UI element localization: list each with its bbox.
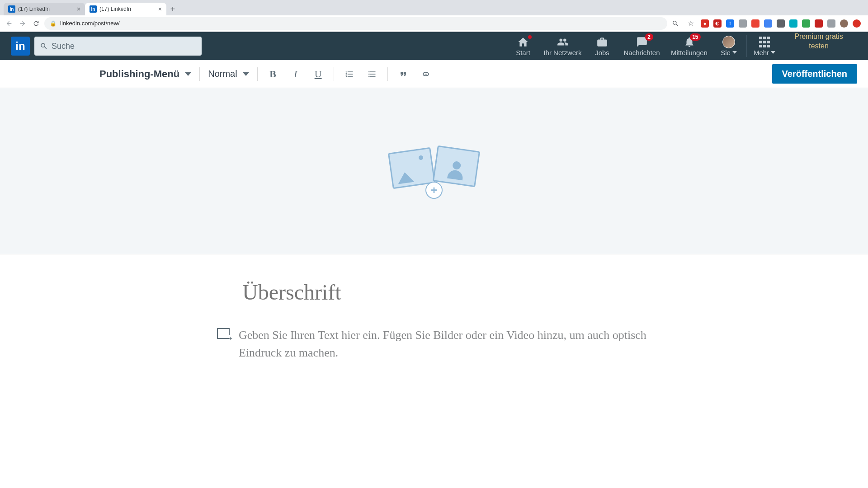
cover-placeholder-icon: + <box>387 146 481 196</box>
chevron-down-icon <box>732 51 737 54</box>
extension-icon[interactable] <box>739 19 747 28</box>
nav-me[interactable]: Sie <box>713 32 745 60</box>
tab-strip: in (17) LinkedIn × in (17) LinkedIn × + <box>0 0 868 15</box>
nav-more[interactable]: Mehr <box>749 32 780 60</box>
extension-icon[interactable] <box>789 19 797 28</box>
chevron-down-icon <box>185 72 191 76</box>
nav-network[interactable]: Ihr Netzwerk <box>539 32 586 60</box>
linkedin-favicon: in <box>8 5 15 13</box>
editor-toolbar: Publishing-Menü Normal B I U Veröffentli… <box>0 60 868 88</box>
extension-icon[interactable] <box>777 19 785 28</box>
search-icon <box>40 42 48 50</box>
publishing-menu-dropdown[interactable]: Publishing-Menü <box>99 68 191 80</box>
browser-chrome: in (17) LinkedIn × in (17) LinkedIn × + … <box>0 0 868 32</box>
search-box[interactable] <box>34 37 202 56</box>
nav-label: Nachrichten <box>623 49 660 56</box>
nav-label: Mitteilungen <box>671 49 708 56</box>
search-page-icon[interactable] <box>670 18 681 29</box>
forward-button[interactable] <box>17 18 28 29</box>
tab-title: (17) LinkedIn <box>99 6 156 12</box>
separator <box>199 67 200 81</box>
url-text: linkedin.com/post/new/ <box>60 20 120 27</box>
new-tab-button[interactable]: + <box>166 3 179 15</box>
browser-tab-active[interactable]: in (17) LinkedIn × <box>85 3 166 15</box>
grid-icon <box>759 37 770 47</box>
nav-label: Jobs <box>595 49 609 56</box>
extension-icons: ☆ ● ◐ f <box>670 18 864 29</box>
badge: 2 <box>645 33 653 41</box>
separator <box>387 67 388 81</box>
tab-title: (17) LinkedIn <box>18 6 74 12</box>
profile-avatar-icon[interactable] <box>840 19 848 28</box>
linkedin-logo[interactable]: in <box>11 37 30 56</box>
heading-input[interactable] <box>217 280 651 305</box>
blockquote-button[interactable] <box>396 67 410 81</box>
plus-icon: + <box>425 182 443 199</box>
badge <box>528 35 532 39</box>
extension-icon[interactable] <box>815 19 823 28</box>
body-text-input[interactable]: Geben Sie Ihren Text hier ein. Fügen Sie… <box>239 326 651 361</box>
nav-label: Start <box>516 49 530 56</box>
publish-button[interactable]: Veröffentlichen <box>772 64 857 84</box>
star-icon[interactable]: ☆ <box>685 18 696 29</box>
underline-button[interactable]: U <box>311 67 326 81</box>
nav-home[interactable]: Start <box>507 32 539 60</box>
unordered-list-button[interactable] <box>365 67 379 81</box>
separator <box>334 67 334 81</box>
style-dropdown-label: Normal <box>208 69 237 79</box>
extension-icon[interactable] <box>751 19 760 28</box>
premium-cta[interactable]: Premium gratis testen <box>780 32 857 60</box>
home-icon <box>517 36 529 48</box>
publishing-menu-label: Publishing-Menü <box>99 68 179 80</box>
extension-icon[interactable]: f <box>726 19 734 28</box>
extension-icon[interactable] <box>802 19 810 28</box>
linkedin-favicon: in <box>90 5 97 13</box>
separator <box>257 67 258 81</box>
nav-label: Ihr Netzwerk <box>543 49 581 56</box>
nav-label: Mehr <box>754 49 769 56</box>
italic-button[interactable]: I <box>288 67 303 81</box>
search-input[interactable] <box>52 42 196 51</box>
url-field[interactable]: 🔒 linkedin.com/post/new/ <box>44 17 667 30</box>
close-icon[interactable]: × <box>77 5 80 13</box>
style-dropdown[interactable]: Normal <box>208 69 249 79</box>
nav-label: Sie <box>721 49 731 56</box>
lock-icon: 🔒 <box>50 20 57 27</box>
nav-divider <box>746 35 747 57</box>
nav-notifications[interactable]: 15 Mitteilungen <box>665 32 713 60</box>
extension-icon[interactable]: ◐ <box>713 19 722 28</box>
nav-jobs[interactable]: Jobs <box>586 32 618 60</box>
bold-button[interactable]: B <box>266 67 280 81</box>
briefcase-icon <box>596 36 608 48</box>
reload-button[interactable] <box>31 18 42 29</box>
linkedin-top-nav: in Start Ihr Netzwerk Jobs <box>0 32 868 60</box>
article-editor: Geben Sie Ihren Text hier ein. Fügen Sie… <box>217 254 651 361</box>
badge: 15 <box>690 33 700 41</box>
chevron-down-icon <box>771 51 775 54</box>
address-bar: 🔒 linkedin.com/post/new/ ☆ ● ◐ f <box>0 15 868 32</box>
extension-icon[interactable] <box>853 19 861 28</box>
extension-icon[interactable] <box>764 19 772 28</box>
extension-icon[interactable] <box>827 19 835 28</box>
close-icon[interactable]: × <box>158 5 162 13</box>
browser-tab[interactable]: in (17) LinkedIn × <box>4 3 85 15</box>
chevron-down-icon <box>243 72 249 76</box>
people-icon <box>557 36 569 48</box>
nav-items: Start Ihr Netzwerk Jobs 2 Nachrichten 15 <box>507 32 857 60</box>
ordered-list-button[interactable] <box>342 67 357 81</box>
back-button[interactable] <box>4 18 14 29</box>
link-button[interactable] <box>419 67 433 81</box>
avatar <box>722 36 735 48</box>
cover-image-upload[interactable]: + <box>0 88 868 254</box>
insert-media-button[interactable] <box>217 328 230 339</box>
extension-icon[interactable]: ● <box>701 19 709 28</box>
nav-messaging[interactable]: 2 Nachrichten <box>618 32 665 60</box>
